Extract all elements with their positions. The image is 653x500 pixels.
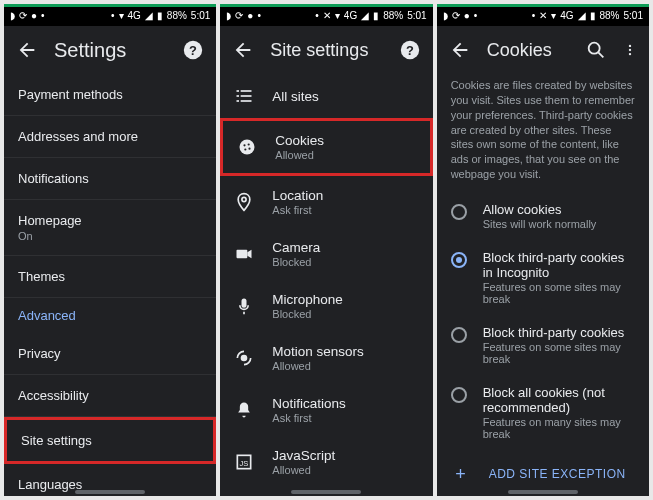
option-sub: Features on some sites may break (483, 341, 635, 365)
site-setting-location[interactable]: LocationAsk first (220, 176, 432, 228)
page-title: Settings (54, 39, 166, 62)
item-sub: Ask first (272, 412, 418, 424)
moon-icon: ◗ (443, 10, 448, 21)
cookie-option[interactable]: Allow cookiesSites will work normally (437, 192, 649, 240)
site-setting-cookie[interactable]: CookiesAllowed (220, 118, 432, 176)
wifi-icon: ▾ (551, 10, 556, 21)
option-sub: Features on some sites may break (483, 281, 635, 305)
settings-item[interactable]: Notifications (4, 158, 216, 200)
site-setting-list[interactable]: All sites (220, 74, 432, 118)
signal-icon: ◢ (145, 10, 153, 21)
screen-cookies: ◗ ⟳ ● • • ✕ ▾ 4G ◢ ▮ 88% 5:01 Cookies Co… (437, 4, 649, 496)
camera-icon (234, 244, 254, 264)
signal-icon: ◢ (361, 10, 369, 21)
svg-point-12 (248, 143, 250, 145)
item-label: Notifications (272, 396, 418, 411)
site-setting-mic[interactable]: MicrophoneBlocked (220, 280, 432, 332)
nav-handle[interactable] (75, 490, 145, 494)
item-sub: Blocked (272, 256, 418, 268)
appbar: Settings ? (4, 26, 216, 74)
back-icon[interactable] (16, 39, 38, 61)
svg-point-11 (244, 144, 246, 146)
radio-icon (451, 204, 467, 220)
list-icon (234, 86, 254, 106)
msg-icon: ● (31, 10, 37, 21)
item-sub: On (18, 230, 202, 242)
mic-icon (234, 296, 254, 316)
sync-icon: ⟳ (19, 10, 27, 21)
signal-label: 4G (128, 10, 141, 21)
radio-icon (451, 327, 467, 343)
option-label: Allow cookies (483, 202, 597, 217)
clock: 5:01 (407, 10, 426, 21)
cookie-option[interactable]: Block all cookies (not recommended)Featu… (437, 375, 649, 450)
status-bar: ◗ ⟳ ● • • ▾ 4G ◢ ▮ 88% 5:01 (4, 4, 216, 26)
help-icon[interactable]: ? (182, 39, 204, 61)
bell-icon (234, 400, 254, 420)
settings-item[interactable]: Accessibility (4, 375, 216, 417)
site-setting-js[interactable]: JS JavaScriptAllowed (220, 436, 432, 488)
overflow-icon[interactable] (623, 39, 637, 61)
cookie-option[interactable]: Block third-party cookies in IncognitoFe… (437, 240, 649, 315)
site-setting-motion[interactable]: Motion sensorsAllowed (220, 332, 432, 384)
svg-rect-9 (241, 100, 252, 102)
svg-point-26 (629, 45, 631, 47)
back-icon[interactable] (449, 39, 471, 61)
svg-rect-4 (237, 90, 240, 92)
advanced-header[interactable]: Advanced (4, 298, 216, 333)
cookies-description: Cookies are files created by websites yo… (437, 74, 649, 192)
svg-point-15 (242, 197, 246, 201)
status-bar: ◗ ⟳ ● • • ✕ ▾ 4G ◢ ▮ 88% 5:01 (220, 4, 432, 26)
option-label: Block all cookies (not recommended) (483, 385, 635, 415)
search-icon[interactable] (585, 39, 607, 61)
sync-icon: ⟳ (452, 10, 460, 21)
item-label: Site settings (21, 433, 199, 448)
item-label: Privacy (18, 346, 202, 361)
battery-icon: ▮ (590, 10, 596, 21)
svg-point-24 (589, 43, 600, 54)
msg-icon: ● (247, 10, 253, 21)
settings-item[interactable]: Themes (4, 256, 216, 298)
item-label: Cookies (275, 133, 415, 148)
svg-line-25 (598, 52, 603, 57)
settings-item[interactable]: HomepageOn (4, 200, 216, 256)
back-icon[interactable] (232, 39, 254, 61)
svg-rect-16 (237, 250, 248, 258)
item-sub: Allowed (272, 360, 418, 372)
settings-item[interactable]: Privacy (4, 333, 216, 375)
settings-item[interactable]: Payment methods (4, 74, 216, 116)
item-sub: Ask first (272, 204, 418, 216)
nav-handle[interactable] (291, 490, 361, 494)
svg-text:?: ? (189, 43, 197, 58)
svg-point-27 (629, 49, 631, 51)
screen-settings: ◗ ⟳ ● • • ▾ 4G ◢ ▮ 88% 5:01 Settings ? P… (4, 4, 216, 496)
item-label: Themes (18, 269, 202, 284)
item-sub: Allowed (275, 149, 415, 161)
cookie-icon (237, 137, 257, 157)
svg-rect-6 (237, 95, 240, 97)
mute-icon: ✕ (323, 10, 331, 21)
item-label: JavaScript (272, 448, 418, 463)
item-label: Notifications (18, 171, 202, 186)
radio-icon (451, 387, 467, 403)
help-icon[interactable]: ? (399, 39, 421, 61)
item-label: Camera (272, 240, 418, 255)
svg-point-10 (240, 140, 255, 155)
site-setting-bell[interactable]: NotificationsAsk first (220, 384, 432, 436)
page-title: Site settings (270, 40, 382, 61)
battery-icon: ▮ (373, 10, 379, 21)
appbar: Cookies (437, 26, 649, 74)
settings-item[interactable]: Site settings (4, 417, 216, 464)
moon-icon: ◗ (226, 10, 231, 21)
svg-rect-8 (237, 100, 240, 102)
item-label: Payment methods (18, 87, 202, 102)
settings-item[interactable]: Addresses and more (4, 116, 216, 158)
nav-handle[interactable] (508, 490, 578, 494)
cookie-option[interactable]: Block third-party cookiesFeatures on som… (437, 315, 649, 375)
site-setting-camera[interactable]: CameraBlocked (220, 228, 432, 280)
item-sub: Blocked (272, 308, 418, 320)
item-sub: Allowed (272, 464, 418, 476)
moon-icon: ◗ (10, 10, 15, 21)
screen-site-settings: ◗ ⟳ ● • • ✕ ▾ 4G ◢ ▮ 88% 5:01 Site setti… (220, 4, 432, 496)
wifi-icon: ▾ (335, 10, 340, 21)
